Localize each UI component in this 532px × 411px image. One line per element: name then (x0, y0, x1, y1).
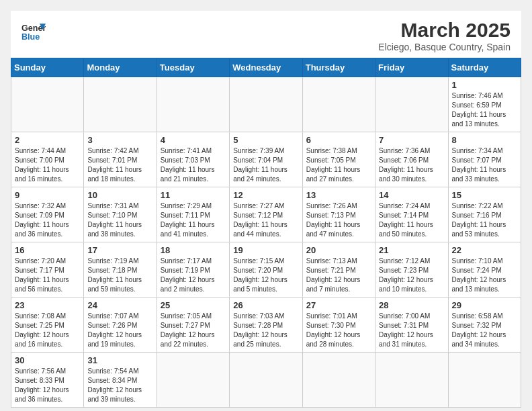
day-info: Sunrise: 7:08 AM Sunset: 7:25 PM Dayligh… (15, 312, 80, 349)
day-number: 10 (87, 190, 152, 200)
calendar-cell: 10Sunrise: 7:31 AM Sunset: 7:10 PM Dayli… (84, 187, 157, 242)
calendar-cell: 23Sunrise: 7:08 AM Sunset: 7:25 PM Dayli… (11, 298, 84, 353)
day-info: Sunrise: 7:15 AM Sunset: 7:20 PM Dayligh… (233, 257, 298, 294)
day-info: Sunrise: 7:00 AM Sunset: 7:31 PM Dayligh… (379, 312, 444, 349)
day-info: Sunrise: 7:24 AM Sunset: 7:14 PM Dayligh… (379, 201, 444, 239)
calendar-page: General Blue March 2025 Elciego, Basque … (11, 11, 521, 408)
calendar-cell: 27Sunrise: 7:01 AM Sunset: 7:30 PM Dayli… (302, 298, 375, 353)
day-number: 11 (161, 190, 226, 200)
day-number: 31 (87, 355, 152, 365)
calendar-cell: 8Sunrise: 7:34 AM Sunset: 7:07 PM Daylig… (448, 132, 521, 187)
day-number: 19 (233, 245, 298, 255)
calendar-cell: 13Sunrise: 7:26 AM Sunset: 7:13 PM Dayli… (302, 187, 375, 242)
logo: General Blue (21, 19, 46, 43)
day-number: 17 (87, 245, 152, 255)
calendar-week-5: 30Sunrise: 7:56 AM Sunset: 8:33 PM Dayli… (11, 353, 521, 408)
calendar-cell: 20Sunrise: 7:13 AM Sunset: 7:21 PM Dayli… (302, 242, 375, 298)
calendar-cell: 30Sunrise: 7:56 AM Sunset: 8:33 PM Dayli… (11, 353, 84, 408)
svg-text:Blue: Blue (21, 32, 40, 42)
calendar-cell: 25Sunrise: 7:05 AM Sunset: 7:27 PM Dayli… (157, 298, 229, 353)
calendar-cell (375, 353, 448, 408)
weekday-header-monday: Monday (84, 58, 157, 77)
location-subtitle: Elciego, Basque Country, Spain (378, 42, 511, 52)
day-number: 6 (306, 135, 371, 145)
day-number: 23 (15, 300, 80, 310)
weekday-header-friday: Friday (375, 58, 448, 77)
calendar-cell (448, 353, 521, 408)
day-info: Sunrise: 7:32 AM Sunset: 7:09 PM Dayligh… (15, 201, 80, 239)
day-number: 7 (379, 135, 444, 145)
calendar-cell: 18Sunrise: 7:17 AM Sunset: 7:19 PM Dayli… (157, 242, 229, 298)
calendar-week-2: 9Sunrise: 7:32 AM Sunset: 7:09 PM Daylig… (11, 187, 521, 242)
calendar-cell: 4Sunrise: 7:41 AM Sunset: 7:03 PM Daylig… (157, 132, 229, 187)
logo-icon: General Blue (21, 19, 46, 43)
day-number: 25 (161, 300, 226, 310)
calendar-cell: 5Sunrise: 7:39 AM Sunset: 7:04 PM Daylig… (230, 132, 302, 187)
day-info: Sunrise: 7:01 AM Sunset: 7:30 PM Dayligh… (306, 312, 371, 349)
calendar-cell: 19Sunrise: 7:15 AM Sunset: 7:20 PM Dayli… (230, 242, 302, 298)
month-title: March 2025 (378, 19, 511, 42)
calendar-cell: 1Sunrise: 7:46 AM Sunset: 6:59 PM Daylig… (448, 77, 521, 132)
calendar-cell (157, 353, 229, 408)
calendar-week-4: 23Sunrise: 7:08 AM Sunset: 7:25 PM Dayli… (11, 298, 521, 353)
day-info: Sunrise: 7:22 AM Sunset: 7:16 PM Dayligh… (452, 201, 517, 239)
day-info: Sunrise: 7:54 AM Sunset: 8:34 PM Dayligh… (87, 367, 152, 404)
day-info: Sunrise: 7:41 AM Sunset: 7:03 PM Dayligh… (161, 146, 226, 184)
calendar-table: SundayMondayTuesdayWednesdayThursdayFrid… (11, 58, 521, 408)
day-info: Sunrise: 7:13 AM Sunset: 7:21 PM Dayligh… (306, 257, 371, 294)
day-info: Sunrise: 7:20 AM Sunset: 7:17 PM Dayligh… (15, 257, 80, 294)
day-info: Sunrise: 7:10 AM Sunset: 7:24 PM Dayligh… (452, 257, 517, 294)
calendar-cell (230, 353, 302, 408)
day-number: 12 (233, 190, 298, 200)
calendar-cell: 29Sunrise: 6:58 AM Sunset: 7:32 PM Dayli… (448, 298, 521, 353)
day-info: Sunrise: 7:31 AM Sunset: 7:10 PM Dayligh… (87, 201, 152, 239)
calendar-cell: 17Sunrise: 7:19 AM Sunset: 7:18 PM Dayli… (84, 242, 157, 298)
calendar-cell: 11Sunrise: 7:29 AM Sunset: 7:11 PM Dayli… (157, 187, 229, 242)
day-number: 2 (15, 135, 80, 145)
day-info: Sunrise: 7:05 AM Sunset: 7:27 PM Dayligh… (161, 312, 226, 349)
calendar-cell: 3Sunrise: 7:42 AM Sunset: 7:01 PM Daylig… (84, 132, 157, 187)
weekday-header-tuesday: Tuesday (157, 58, 229, 77)
day-number: 24 (87, 300, 152, 310)
calendar-week-3: 16Sunrise: 7:20 AM Sunset: 7:17 PM Dayli… (11, 242, 521, 298)
weekday-row: SundayMondayTuesdayWednesdayThursdayFrid… (11, 58, 521, 77)
day-info: Sunrise: 7:17 AM Sunset: 7:19 PM Dayligh… (161, 257, 226, 294)
day-number: 27 (306, 300, 371, 310)
calendar-cell (375, 77, 448, 132)
calendar-cell: 21Sunrise: 7:12 AM Sunset: 7:23 PM Dayli… (375, 242, 448, 298)
calendar-cell: 15Sunrise: 7:22 AM Sunset: 7:16 PM Dayli… (448, 187, 521, 242)
calendar-cell: 22Sunrise: 7:10 AM Sunset: 7:24 PM Dayli… (448, 242, 521, 298)
calendar-cell: 14Sunrise: 7:24 AM Sunset: 7:14 PM Dayli… (375, 187, 448, 242)
day-number: 5 (233, 135, 298, 145)
calendar-cell (302, 353, 375, 408)
calendar-header: SundayMondayTuesdayWednesdayThursdayFrid… (11, 58, 521, 77)
day-info: Sunrise: 7:56 AM Sunset: 8:33 PM Dayligh… (15, 367, 80, 404)
day-number: 20 (306, 245, 371, 255)
day-info: Sunrise: 7:07 AM Sunset: 7:26 PM Dayligh… (87, 312, 152, 349)
day-info: Sunrise: 7:26 AM Sunset: 7:13 PM Dayligh… (306, 201, 371, 239)
day-info: Sunrise: 7:19 AM Sunset: 7:18 PM Dayligh… (87, 257, 152, 294)
calendar-cell (84, 77, 157, 132)
day-number: 9 (15, 190, 80, 200)
day-number: 14 (379, 190, 444, 200)
calendar-cell: 31Sunrise: 7:54 AM Sunset: 8:34 PM Dayli… (84, 353, 157, 408)
day-info: Sunrise: 7:42 AM Sunset: 7:01 PM Dayligh… (87, 146, 152, 184)
calendar-body: 1Sunrise: 7:46 AM Sunset: 6:59 PM Daylig… (11, 77, 521, 408)
calendar-cell (230, 77, 302, 132)
day-info: Sunrise: 7:36 AM Sunset: 7:06 PM Dayligh… (379, 146, 444, 184)
calendar-cell: 16Sunrise: 7:20 AM Sunset: 7:17 PM Dayli… (11, 242, 84, 298)
weekday-header-thursday: Thursday (302, 58, 375, 77)
day-info: Sunrise: 7:03 AM Sunset: 7:28 PM Dayligh… (233, 312, 298, 349)
day-number: 8 (452, 135, 517, 145)
calendar-cell (11, 77, 84, 132)
calendar-cell: 24Sunrise: 7:07 AM Sunset: 7:26 PM Dayli… (84, 298, 157, 353)
calendar-cell: 6Sunrise: 7:38 AM Sunset: 7:05 PM Daylig… (302, 132, 375, 187)
calendar-cell: 7Sunrise: 7:36 AM Sunset: 7:06 PM Daylig… (375, 132, 448, 187)
day-info: Sunrise: 7:34 AM Sunset: 7:07 PM Dayligh… (452, 146, 517, 184)
day-number: 22 (452, 245, 517, 255)
calendar-cell: 28Sunrise: 7:00 AM Sunset: 7:31 PM Dayli… (375, 298, 448, 353)
day-info: Sunrise: 6:58 AM Sunset: 7:32 PM Dayligh… (452, 312, 517, 349)
day-info: Sunrise: 7:12 AM Sunset: 7:23 PM Dayligh… (379, 257, 444, 294)
day-info: Sunrise: 7:39 AM Sunset: 7:04 PM Dayligh… (233, 146, 298, 184)
day-number: 15 (452, 190, 517, 200)
